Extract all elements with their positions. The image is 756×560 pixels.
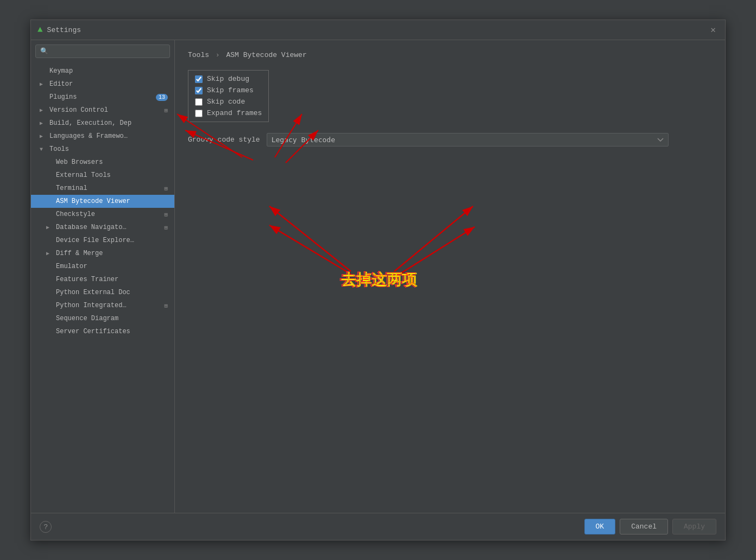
svg-line-7 bbox=[269, 225, 351, 274]
sidebar-item-diff-merge[interactable]: ▶ Diff & Merge bbox=[31, 247, 174, 260]
svg-line-8 bbox=[394, 206, 473, 271]
sidebar-item-build[interactable]: ▶ Build, Execution, Dep bbox=[31, 117, 174, 130]
sidebar-item-label: Editor bbox=[49, 80, 73, 88]
copy-icon: ⊞ bbox=[164, 302, 168, 309]
sidebar-item-label: Build, Execution, Dep bbox=[49, 119, 131, 127]
sidebar-item-label: ASM Bytecode Viewer bbox=[56, 198, 130, 205]
sidebar-item-web-browsers[interactable]: Web Browsers bbox=[31, 156, 174, 169]
search-box[interactable]: 🔍 bbox=[35, 44, 170, 58]
sidebar-item-label: Device File Explore… bbox=[56, 237, 134, 244]
sidebar-item-label: Plugins bbox=[49, 93, 77, 101]
breadcrumb: Tools › ASM Bytecode Viewer bbox=[188, 51, 712, 59]
sidebar-item-external-tools[interactable]: External Tools bbox=[31, 169, 174, 182]
sidebar-item-label: Sequence Diagram bbox=[56, 315, 118, 322]
sidebar-item-keymap[interactable]: Keymap bbox=[31, 65, 174, 78]
sidebar-item-label: Keymap bbox=[49, 67, 73, 75]
expand-icon: ▶ bbox=[40, 81, 46, 87]
dialog-body: 🔍 Keymap ▶ Editor Plugins 13 bbox=[31, 40, 725, 513]
options-group: Skip debug Skip frames Skip code Expand … bbox=[188, 70, 269, 122]
sidebar-item-label: Diff & Merge bbox=[56, 250, 103, 257]
search-input[interactable] bbox=[52, 48, 165, 55]
sidebar-item-label: Tools bbox=[49, 145, 69, 153]
footer-right: OK Cancel Apply bbox=[584, 519, 716, 534]
sidebar-item-label: Web Browsers bbox=[56, 158, 103, 166]
svg-line-6 bbox=[269, 206, 351, 271]
sidebar-item-languages[interactable]: ▶ Languages & Framewo… bbox=[31, 130, 174, 143]
dialog-title: Settings bbox=[47, 26, 81, 34]
skip-debug-checkbox[interactable] bbox=[195, 75, 203, 83]
collapse-icon: ▼ bbox=[40, 147, 46, 152]
main-content: Tools › ASM Bytecode Viewer Skip debug S… bbox=[175, 40, 725, 513]
cancel-button[interactable]: Cancel bbox=[620, 519, 668, 534]
expand-icon: ▶ bbox=[46, 250, 53, 257]
sidebar-item-asm-bytecode-viewer[interactable]: ASM Bytecode Viewer bbox=[31, 195, 174, 208]
expand-icon: ▶ bbox=[40, 133, 46, 139]
sidebar-item-checkstyle[interactable]: Checkstyle ⊞ bbox=[31, 208, 174, 221]
skip-debug-row[interactable]: Skip debug bbox=[195, 75, 262, 83]
sidebar-item-label: Checkstyle bbox=[56, 211, 95, 218]
sidebar-item-tools[interactable]: ▼ Tools bbox=[31, 143, 174, 156]
expand-icon: ▶ bbox=[40, 107, 46, 113]
sidebar-item-label: External Tools bbox=[56, 171, 111, 179]
sidebar-item-label: Python External Doc bbox=[56, 289, 130, 296]
dialog-footer: ? OK Cancel Apply bbox=[31, 513, 725, 540]
footer-left: ? bbox=[40, 521, 52, 533]
sidebar-item-label: Version Control bbox=[49, 106, 108, 114]
plugins-badge: 13 bbox=[156, 94, 168, 101]
expand-icon: ▶ bbox=[46, 224, 53, 231]
svg-text:去掉这两项: 去掉这两项 bbox=[340, 271, 417, 288]
breadcrumb-separator: › bbox=[216, 51, 220, 59]
svg-line-9 bbox=[397, 227, 475, 276]
sidebar-item-features-trainer[interactable]: Features Trainer bbox=[31, 273, 174, 286]
sidebar-item-emulator[interactable]: Emulator bbox=[31, 260, 174, 273]
sidebar-item-label: Features Trainer bbox=[56, 276, 118, 283]
groovy-row: Groovy code style Legacy Bytecode Modern… bbox=[188, 133, 712, 147]
sidebar: 🔍 Keymap ▶ Editor Plugins 13 bbox=[31, 40, 175, 513]
close-button[interactable]: ✕ bbox=[708, 24, 719, 35]
sidebar-item-server-certificates[interactable]: Server Certificates bbox=[31, 325, 174, 338]
copy-icon: ⊞ bbox=[164, 211, 168, 218]
skip-code-row[interactable]: Skip code bbox=[195, 98, 262, 106]
sidebar-item-sequence-diagram[interactable]: Sequence Diagram bbox=[31, 312, 174, 325]
app-icon: ▲ bbox=[37, 25, 43, 35]
sidebar-item-label: Python Integrated… bbox=[56, 302, 127, 309]
expand-icon: ▶ bbox=[40, 120, 46, 126]
sidebar-item-python-integrated[interactable]: Python Integrated… ⊞ bbox=[31, 299, 174, 312]
settings-dialog: ▲ Settings ✕ 🔍 Keymap ▶ Editor bbox=[30, 20, 726, 540]
sidebar-item-editor[interactable]: ▶ Editor bbox=[31, 78, 174, 91]
arrows-svg-main: 去掉这两项 去掉这两项 去掉这两项 bbox=[264, 190, 644, 353]
help-button[interactable]: ? bbox=[40, 521, 52, 533]
skip-frames-row[interactable]: Skip frames bbox=[195, 86, 262, 94]
sidebar-item-label: Database Navigato… bbox=[56, 224, 127, 231]
copy-icon: ⊞ bbox=[164, 185, 168, 192]
sidebar-item-label: Emulator bbox=[56, 263, 87, 270]
copy-icon: ⊞ bbox=[164, 224, 168, 231]
sidebar-item-plugins[interactable]: Plugins 13 bbox=[31, 91, 174, 104]
sidebar-item-database-navigator[interactable]: ▶ Database Navigato… ⊞ bbox=[31, 221, 174, 234]
sidebar-list: Keymap ▶ Editor Plugins 13 ▶ Version Con… bbox=[31, 62, 174, 513]
groovy-label: Groovy code style bbox=[188, 136, 260, 144]
expand-frames-row[interactable]: Expand frames bbox=[195, 109, 262, 117]
sidebar-item-label: Terminal bbox=[56, 184, 87, 192]
title-bar: ▲ Settings ✕ bbox=[31, 20, 725, 40]
skip-frames-checkbox[interactable] bbox=[195, 87, 203, 94]
sidebar-item-label: Languages & Framewo… bbox=[49, 132, 128, 140]
title-bar-left: ▲ Settings bbox=[37, 25, 81, 35]
apply-button[interactable]: Apply bbox=[672, 519, 716, 534]
annotation-container: 去掉这两项 去掉这两项 去掉这两项 bbox=[188, 147, 712, 502]
ok-button[interactable]: OK bbox=[584, 519, 616, 534]
breadcrumb-part2: ASM Bytecode Viewer bbox=[226, 51, 306, 59]
expand-frames-label: Expand frames bbox=[207, 109, 262, 117]
breadcrumb-part1: Tools bbox=[188, 51, 209, 59]
sidebar-item-python-external-doc[interactable]: Python External Doc bbox=[31, 286, 174, 299]
sidebar-item-version-control[interactable]: ▶ Version Control ⊞ bbox=[31, 104, 174, 117]
groovy-select[interactable]: Legacy Bytecode Modern Bytecode bbox=[267, 133, 669, 147]
sidebar-item-label: Server Certificates bbox=[56, 328, 130, 335]
annotation-area: 去掉这两项 去掉这两项 去掉这两项 bbox=[264, 190, 644, 353]
sidebar-item-terminal[interactable]: Terminal ⊞ bbox=[31, 182, 174, 195]
skip-debug-label: Skip debug bbox=[207, 75, 249, 83]
sidebar-item-device-file-explorer[interactable]: Device File Explore… bbox=[31, 234, 174, 247]
skip-code-checkbox[interactable] bbox=[195, 98, 203, 106]
skip-code-label: Skip code bbox=[207, 98, 245, 106]
expand-frames-checkbox[interactable] bbox=[195, 110, 203, 117]
